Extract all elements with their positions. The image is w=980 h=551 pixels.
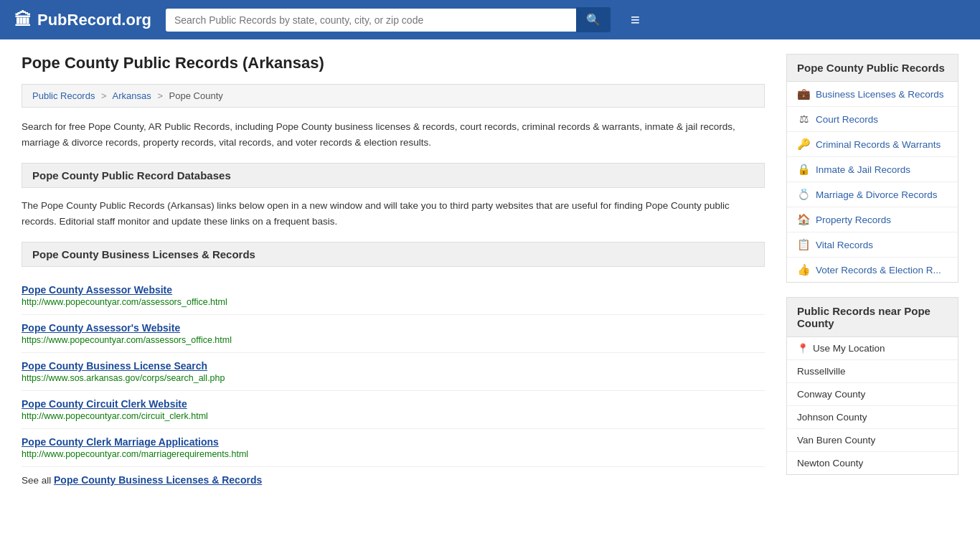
sidebar-main-title: Pope County Public Records	[787, 55, 958, 82]
use-location-item[interactable]: 📍 Use My Location	[787, 337, 958, 360]
sidebar-item-icon-4: 💍	[797, 188, 810, 201]
sidebar-item-icon-7: 👍	[797, 263, 810, 276]
record-url-0[interactable]: http://www.popecountyar.com/assessors_of…	[22, 297, 765, 307]
search-button[interactable]: 🔍	[576, 7, 611, 32]
breadcrumb-link-arkansas[interactable]: Arkansas	[113, 90, 151, 101]
sidebar-item-5[interactable]: 🏠 Property Records	[787, 207, 958, 232]
near-item-0[interactable]: Russellville	[787, 360, 958, 383]
section-business-header: Pope County Business Licenses & Records	[22, 242, 765, 267]
content: Pope County Public Records (Arkansas) Pu…	[22, 54, 765, 493]
sidebar-item-0[interactable]: 💼 Business Licenses & Records	[787, 82, 958, 107]
see-all-link[interactable]: Pope County Business Licenses & Records	[54, 474, 262, 486]
search-input[interactable]	[166, 9, 576, 32]
near-item-1[interactable]: Conway County	[787, 383, 958, 406]
record-url-3[interactable]: http://www.popecountyar.com/circuit_cler…	[22, 411, 765, 421]
sidebar-near-box: Public Records near Pope County 📍 Use My…	[786, 297, 958, 475]
sidebar-item-1[interactable]: ⚖ Court Records	[787, 107, 958, 132]
sidebar-item-7[interactable]: 👍 Voter Records & Election R...	[787, 258, 958, 282]
use-location-label: Use My Location	[813, 343, 885, 354]
logo-text: PubRecord.org	[37, 11, 151, 29]
record-entry: Pope County Business License Search http…	[22, 353, 765, 391]
main-container: Pope County Public Records (Arkansas) Pu…	[0, 39, 980, 507]
hamburger-button[interactable]: ≡	[631, 12, 640, 28]
breadcrumb-link-public-records[interactable]: Public Records	[32, 90, 95, 101]
sidebar-item-2[interactable]: 🔑 Criminal Records & Warrants	[787, 132, 958, 157]
search-container: 🔍	[166, 7, 611, 32]
record-url-4[interactable]: http://www.popecountyar.com/marriagerequ…	[22, 449, 765, 459]
sidebar-main-box: Pope County Public Records 💼 Business Li…	[786, 54, 958, 283]
sidebar-item-label-7: Voter Records & Election R...	[816, 265, 941, 276]
logo[interactable]: 🏛 PubRecord.org	[14, 10, 151, 30]
record-url-2[interactable]: https://www.sos.arkansas.gov/corps/searc…	[22, 373, 765, 383]
search-icon: 🔍	[586, 14, 600, 26]
breadcrumb-sep-1: >	[101, 90, 107, 101]
sidebar-item-label-3: Inmate & Jail Records	[816, 164, 910, 175]
record-entry: Pope County Assessor's Website https://w…	[22, 315, 765, 353]
sidebar-item-icon-6: 📋	[797, 238, 810, 251]
sidebar-item-label-5: Property Records	[816, 215, 891, 225]
sidebar-near-title: Public Records near Pope County	[787, 298, 958, 337]
record-entry: Pope County Circuit Clerk Website http:/…	[22, 391, 765, 429]
sidebar-item-label-1: Court Records	[816, 114, 878, 125]
sidebar-item-icon-5: 🏠	[797, 213, 810, 226]
record-title-1[interactable]: Pope County Assessor's Website	[22, 322, 765, 334]
near-item-4[interactable]: Newton County	[787, 452, 958, 474]
header: 🏛 PubRecord.org 🔍 ≡	[0, 0, 980, 39]
sidebar-item-icon-3: 🔒	[797, 163, 810, 176]
sidebar: Pope County Public Records 💼 Business Li…	[786, 54, 958, 493]
sidebar-main-items: 💼 Business Licenses & Records ⚖ Court Re…	[787, 82, 958, 282]
record-title-4[interactable]: Pope County Clerk Marriage Applications	[22, 436, 765, 448]
breadcrumb-sep-2: >	[157, 90, 163, 101]
sidebar-near-items: RussellvilleConway CountyJohnson CountyV…	[787, 360, 958, 474]
breadcrumb: Public Records > Arkansas > Pope County	[22, 84, 765, 108]
sidebar-item-3[interactable]: 🔒 Inmate & Jail Records	[787, 157, 958, 182]
record-title-3[interactable]: Pope County Circuit Clerk Website	[22, 398, 765, 410]
sidebar-item-label-4: Marriage & Divorce Records	[816, 189, 938, 200]
page-title: Pope County Public Records (Arkansas)	[22, 54, 765, 72]
near-item-3[interactable]: Van Buren County	[787, 429, 958, 452]
see-all-prefix: See all	[22, 475, 54, 486]
location-icon: 📍	[797, 343, 809, 354]
db-description: The Pope County Public Records (Arkansas…	[22, 198, 765, 229]
breadcrumb-current: Pope County	[169, 90, 223, 101]
sidebar-item-6[interactable]: 📋 Vital Records	[787, 232, 958, 258]
see-all: See all Pope County Business Licenses & …	[22, 467, 765, 493]
record-entry: Pope County Assessor Website http://www.…	[22, 277, 765, 315]
sidebar-item-icon-0: 💼	[797, 88, 810, 100]
description: Search for free Pope County, AR Public R…	[22, 119, 765, 150]
near-item-2[interactable]: Johnson County	[787, 406, 958, 429]
sidebar-item-icon-2: 🔑	[797, 138, 810, 151]
record-title-0[interactable]: Pope County Assessor Website	[22, 284, 765, 296]
record-title-2[interactable]: Pope County Business License Search	[22, 360, 765, 372]
sidebar-item-4[interactable]: 💍 Marriage & Divorce Records	[787, 182, 958, 207]
section-databases-header: Pope County Public Record Databases	[22, 163, 765, 188]
record-entry: Pope County Clerk Marriage Applications …	[22, 429, 765, 467]
record-list: Pope County Assessor Website http://www.…	[22, 277, 765, 467]
sidebar-item-label-6: Vital Records	[816, 240, 873, 250]
logo-icon: 🏛	[14, 10, 32, 30]
sidebar-item-label-2: Criminal Records & Warrants	[816, 139, 941, 150]
record-url-1[interactable]: https://www.popecountyar.com/assessors_o…	[22, 335, 765, 345]
sidebar-item-icon-1: ⚖	[797, 113, 810, 126]
sidebar-item-label-0: Business Licenses & Records	[816, 89, 944, 100]
